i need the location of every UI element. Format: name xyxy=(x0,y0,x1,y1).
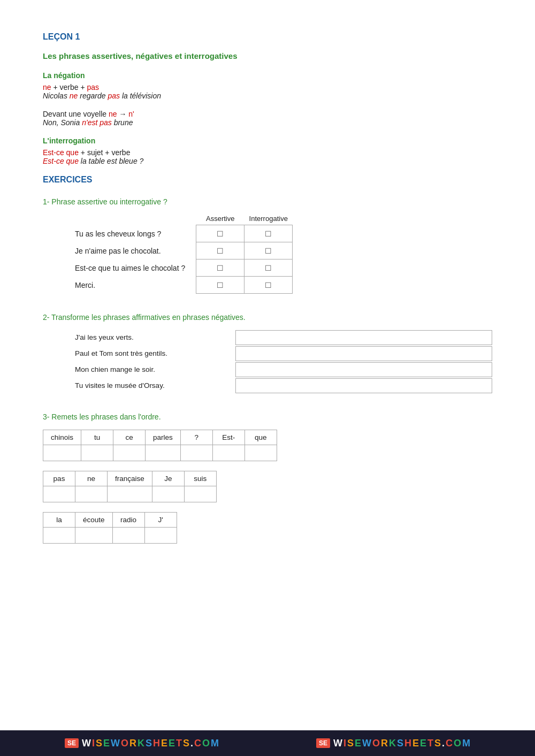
ex1-row-label: Merci. xyxy=(75,277,196,294)
footer: SE W I S E W O R K S H E E T S . C O M S… xyxy=(0,730,535,756)
ex1-assertive-cell[interactable]: ☐ xyxy=(196,242,244,259)
ex1-interrogative-cell[interactable]: ☐ xyxy=(244,225,293,242)
ex1-interrogative-cell[interactable]: ☐ xyxy=(244,277,293,294)
answer-cell[interactable] xyxy=(81,445,113,461)
answer-cell[interactable] xyxy=(144,528,177,544)
ex2-answer-box[interactable] xyxy=(235,330,492,345)
ex3-heading: 3- Remets les phrases dans l'ordre. xyxy=(43,413,492,421)
pas-example2: pas xyxy=(100,118,112,127)
table-row[interactable] xyxy=(43,445,277,461)
ex1-empty-header xyxy=(75,215,196,225)
fl-ss1: E xyxy=(161,738,167,749)
word-cell: française xyxy=(108,471,152,486)
ex2-heading: 2- Transforme les phrases affirmatives e… xyxy=(43,313,492,322)
interro-rule-rest: + sujet + verbe xyxy=(81,148,131,157)
fl-ee2: S xyxy=(397,738,403,749)
fl-ee1: S xyxy=(146,738,152,749)
answer-cell[interactable] xyxy=(146,445,181,461)
exercise-2: 2- Transforme les phrases affirmatives e… xyxy=(43,313,492,393)
checkbox-assertive: ☐ xyxy=(217,281,224,289)
ex2-row-label: Paul et Tom sont très gentils. xyxy=(75,346,235,361)
answer-cell[interactable] xyxy=(112,528,144,544)
list-item: J'ai les yeux verts. xyxy=(75,330,492,345)
fl-s1b: S xyxy=(183,738,189,749)
answer-cell[interactable] xyxy=(75,528,113,544)
word-cell: ce xyxy=(113,430,146,445)
word-cell: suis xyxy=(184,471,216,486)
fl-i1: I xyxy=(92,738,95,749)
checkbox-interrogative: ☐ xyxy=(265,281,272,289)
word-cell: chinois xyxy=(43,430,81,445)
interrogation-rule1: Est-ce que + sujet + verbe xyxy=(43,148,492,157)
ex1-row-label: Tu as les cheveux longs ? xyxy=(75,225,196,242)
ex1-assertive-cell[interactable]: ☐ xyxy=(196,259,244,277)
fl-r2: O xyxy=(372,738,380,749)
ex2-row-label: J'ai les yeux verts. xyxy=(75,330,235,345)
checkbox-assertive: ☐ xyxy=(217,264,224,272)
estceque-rule: Est-ce que xyxy=(43,148,79,157)
ex2-answer-box[interactable] xyxy=(235,362,492,377)
table-row: pasnefrançaiseJesuis xyxy=(43,471,217,486)
answer-cell[interactable] xyxy=(43,486,75,502)
ne-text: ne xyxy=(43,83,51,91)
fl-m1: M xyxy=(211,738,219,749)
checkbox-interrogative: ☐ xyxy=(265,247,272,255)
ex1-assertive-cell[interactable]: ☐ xyxy=(196,225,244,242)
n-apos: n' xyxy=(128,110,134,118)
answer-cell[interactable] xyxy=(108,486,152,502)
negation-example2: Non, Sonia n'est pas brune xyxy=(43,118,492,127)
ex2-answer-box[interactable] xyxy=(235,378,492,393)
fl-t2: H xyxy=(404,738,411,749)
answer-cell[interactable] xyxy=(212,445,244,461)
exercise-1: 1- Phrase assertive ou interrogative ? A… xyxy=(43,197,492,294)
answer-cell[interactable] xyxy=(180,445,212,461)
table-row[interactable] xyxy=(43,486,217,502)
answer-cell[interactable] xyxy=(244,445,277,461)
checkbox-assertive: ☐ xyxy=(217,247,224,255)
ex1-assertive-cell[interactable]: ☐ xyxy=(196,277,244,294)
fl-sh2: K xyxy=(389,738,396,749)
nest-text: n'est xyxy=(82,118,97,127)
word-cell: ? xyxy=(180,430,212,445)
answer-cell[interactable] xyxy=(184,486,216,502)
ex2-row-label: Tu visites le musée d'Orsay. xyxy=(75,378,235,393)
ex1-interrogative-cell[interactable]: ☐ xyxy=(244,259,293,277)
answer-cell[interactable] xyxy=(75,486,108,502)
fl-e2: E xyxy=(355,738,361,749)
ex1-row-label: Je n'aime pas le chocolat. xyxy=(75,242,196,259)
table-row: Merci.☐☐ xyxy=(75,277,293,294)
word-table: pasnefrançaiseJesuis xyxy=(43,471,217,502)
table-row: Tu as les cheveux longs ?☐☐ xyxy=(75,225,293,242)
fl-e1: E xyxy=(103,738,110,749)
ex1-interrogative-cell[interactable]: ☐ xyxy=(244,242,293,259)
word-cell: ne xyxy=(75,471,108,486)
word-table: chinoistuceparles?Est-que xyxy=(43,430,277,461)
fl-dot1: . xyxy=(190,738,193,749)
word-cell: pas xyxy=(43,471,75,486)
word-cell: écoute xyxy=(75,513,113,528)
answer-cell[interactable] xyxy=(43,528,75,544)
footer-box-1: SE xyxy=(65,738,79,748)
main-section-title: Les phrases assertives, négatives et int… xyxy=(43,51,492,60)
fl-c2: C xyxy=(446,738,453,749)
answer-cell[interactable] xyxy=(43,445,81,461)
footer-box-2: SE xyxy=(316,738,330,748)
word-cell: que xyxy=(244,430,277,445)
fl-wo2: W xyxy=(362,738,371,749)
negation-subtitle: La négation xyxy=(43,71,492,80)
list-item: Paul et Tom sont très gentils. xyxy=(75,346,492,361)
ex2-answer-box[interactable] xyxy=(235,346,492,361)
word-cell: Je xyxy=(152,471,184,486)
estceque-example: Est-ce que xyxy=(43,157,79,165)
footer-logo-2: SE W I S E W O R K S H E E T S . C O M xyxy=(316,738,470,749)
fl-w1: W xyxy=(82,738,91,749)
table-row[interactable] xyxy=(43,528,177,544)
table-row: Je n'aime pas le chocolat.☐☐ xyxy=(75,242,293,259)
fl-w2: W xyxy=(333,738,342,749)
answer-cell[interactable] xyxy=(113,445,146,461)
exercices-title: EXERCICES xyxy=(43,175,492,185)
answer-cell[interactable] xyxy=(152,486,184,502)
fl-s2b: S xyxy=(434,738,441,749)
fl-ss2: E xyxy=(412,738,419,749)
fl-dot2: . xyxy=(442,738,445,749)
